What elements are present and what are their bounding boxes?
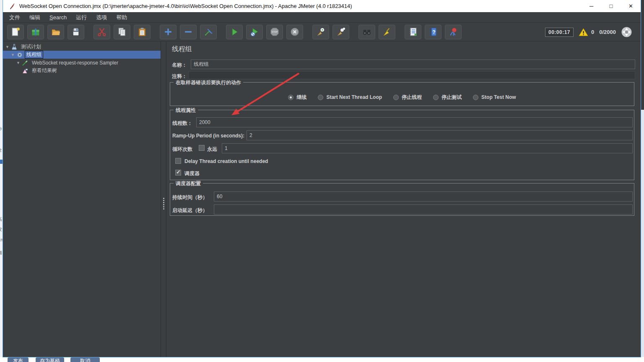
error-action-option-4[interactable]: Stop Test Now: [473, 94, 516, 100]
radio-button[interactable]: [393, 95, 399, 100]
sampler-icon: [22, 59, 29, 66]
error-action-option-3[interactable]: 停止测试: [433, 94, 462, 101]
yellow-broom-icon: [382, 27, 392, 37]
thread-group-panel: 线程组 名称： 注释： 在取样器错误后要执行的动作 继续Start Next T…: [166, 41, 641, 357]
stop-sign-icon: STOP: [270, 27, 280, 37]
start-no-timers-icon: [249, 27, 260, 37]
stop-button[interactable]: STOP: [266, 25, 283, 39]
startup-delay-input[interactable]: [214, 204, 633, 215]
menu-item-0[interactable]: 文件: [5, 12, 25, 23]
titlebar: WebSocket Open Connection.jmx (D:\jmerte…: [3, 0, 641, 12]
close-button[interactable]: ✕: [621, 0, 641, 12]
forever-checkbox[interactable]: [199, 145, 205, 151]
start-no-timers-button[interactable]: [246, 25, 263, 39]
function-helper-button[interactable]: [405, 25, 421, 39]
radio-button[interactable]: [318, 95, 323, 100]
tree-node-2[interactable]: ▼WebSocket request-response Sampler: [3, 59, 161, 67]
toggle-button[interactable]: [200, 25, 217, 39]
radio-button[interactable]: [288, 95, 293, 100]
background-button-1[interactable]: 存为草稿: [36, 357, 64, 362]
tree-node-1[interactable]: ▼线程组: [3, 51, 161, 59]
clear-button[interactable]: [312, 25, 329, 39]
tree-node-0[interactable]: ▼测试计划: [3, 43, 161, 51]
minimize-button[interactable]: ─: [582, 0, 601, 12]
scheduler-checkbox[interactable]: [175, 170, 181, 176]
error-action-option-1[interactable]: Start Next Thread Loop: [318, 94, 382, 100]
radio-label: 继续: [296, 94, 306, 101]
shutdown-icon: [290, 27, 300, 37]
function-helper-icon: [408, 27, 418, 37]
tree-node-3[interactable]: 察看结果树: [3, 67, 161, 75]
tree-expander-icon[interactable]: ▼: [10, 53, 15, 57]
menu-item-4[interactable]: 选项: [91, 12, 112, 23]
copy-button[interactable]: [114, 25, 130, 39]
open-file-button[interactable]: [47, 25, 64, 39]
duration-label: 持续时间（秒）: [172, 194, 208, 201]
menu-bar: 文件编辑Search运行选项帮助: [3, 12, 641, 23]
background-button-2[interactable]: 取消: [70, 357, 100, 362]
threads-label: 线程数：: [172, 120, 192, 127]
about-button[interactable]: [445, 25, 462, 39]
save-icon: [71, 27, 81, 37]
error-action-group-title: 在取样器错误后要执行的动作: [174, 79, 243, 86]
menu-item-1[interactable]: 编辑: [25, 12, 45, 23]
templates-button[interactable]: [27, 25, 44, 39]
menu-item-3[interactable]: 运行: [71, 12, 91, 23]
active-threads-counter: 0/2000: [599, 29, 616, 35]
loop-count-input[interactable]: [222, 143, 633, 153]
comments-input[interactable]: [188, 71, 635, 79]
cut-icon: [97, 27, 107, 37]
error-action-option-2[interactable]: 停止线程: [393, 94, 422, 101]
window-controls: ─ □ ✕: [582, 0, 641, 12]
save-button[interactable]: [68, 25, 84, 39]
copy-icon: [117, 27, 127, 37]
test-plan-icon: [11, 44, 18, 50]
remove-button[interactable]: [180, 25, 197, 39]
error-action-option-0[interactable]: 继续: [288, 94, 306, 101]
tree-expander-icon[interactable]: ▼: [16, 61, 21, 65]
delay-thread-creation-checkbox[interactable]: [175, 158, 181, 164]
loop-count-label: 循环次数: [172, 146, 192, 153]
splitter-grip[interactable]: [163, 197, 165, 210]
tree-node-label: 察看结果树: [31, 67, 58, 74]
thread-group-icon: [16, 52, 23, 58]
radio-label: 停止测试: [441, 94, 462, 101]
maximize-button[interactable]: □: [601, 0, 621, 12]
start-button[interactable]: [226, 25, 243, 39]
paste-button[interactable]: [134, 25, 151, 39]
background-button-0[interactable]: 发布: [8, 357, 29, 362]
toolbar-status-cluster: 00:00:17 0 0/2000: [545, 23, 632, 41]
cut-button[interactable]: [93, 25, 110, 39]
split-pane-divider[interactable]: [161, 41, 166, 357]
plus-icon: [163, 27, 173, 37]
tree-expander-icon[interactable]: ▼: [5, 45, 10, 49]
radio-button[interactable]: [433, 95, 439, 100]
background-window-right-edge-top: [641, 0, 644, 110]
help-button[interactable]: ?: [425, 25, 441, 39]
toolbar: STOP? 00:00:17 0 0/2000: [3, 23, 641, 41]
log-warning-icon[interactable]: [579, 28, 588, 36]
duration-input[interactable]: [214, 191, 633, 202]
threads-indicator-icon: [621, 26, 632, 38]
start-icon: [229, 27, 239, 37]
error-action-options: 继续Start Next Thread Loop停止线程停止测试Stop Tes…: [170, 92, 634, 103]
badge-icon: [448, 27, 458, 37]
help-book-icon: ?: [428, 27, 438, 37]
svg-text:STOP: STOP: [272, 31, 278, 33]
menu-item-search[interactable]: Search: [45, 12, 71, 23]
svg-text:?: ?: [432, 29, 435, 35]
tree-node-label: 测试计划: [20, 43, 42, 50]
clear-all-button[interactable]: [332, 25, 349, 39]
rampup-input[interactable]: [247, 130, 633, 140]
shutdown-button[interactable]: [286, 25, 303, 39]
binoculars-icon: [362, 27, 372, 37]
menu-item-5[interactable]: 帮助: [112, 12, 132, 23]
threads-input[interactable]: [196, 117, 633, 127]
radio-button[interactable]: [473, 95, 478, 100]
clear-search-button[interactable]: [379, 25, 395, 39]
new-file-button[interactable]: [7, 25, 24, 39]
search-button[interactable]: [358, 25, 375, 39]
test-plan-tree: ▼测试计划▼线程组▼WebSocket request-response Sam…: [3, 41, 161, 357]
add-button[interactable]: [160, 25, 177, 39]
name-input[interactable]: [191, 59, 635, 69]
